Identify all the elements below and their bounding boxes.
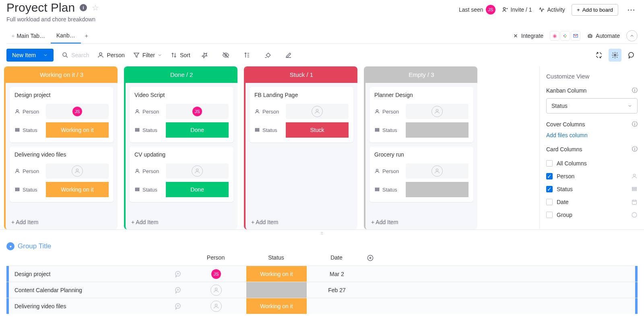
info-icon[interactable]: ⓘ [632,87,638,94]
card-status-value[interactable]: Done [166,122,229,138]
info-icon[interactable]: ⓘ [632,121,638,128]
cell-date[interactable]: Feb 27 [307,282,367,298]
invite-button[interactable]: Invite / 1 [502,6,532,13]
add-item-button[interactable]: + Add Item [365,215,477,229]
checkbox[interactable] [546,160,553,167]
cell-status[interactable]: Working on it [246,298,307,314]
column-header-person[interactable]: Person [186,254,246,266]
card-status-value[interactable]: Done [166,182,229,197]
card-status-value[interactable] [406,182,469,197]
kanban-column-header[interactable]: Stuck / 1 [246,66,357,83]
kanban-card[interactable]: Video ScriptPersonJSStatusDone [130,87,233,142]
new-item-button[interactable]: New Item [6,49,54,62]
tab-main-table[interactable]: Main Tab… [6,29,51,43]
cell-name[interactable]: Content Calendar Planning [9,282,170,298]
cell-person[interactable] [186,282,246,298]
add-column-button[interactable] [367,254,383,266]
checkbox[interactable] [546,199,553,205]
table-row[interactable]: Content Calendar PlanningFeb 27 [6,282,638,298]
filter-button[interactable]: Filter [133,52,162,59]
kanban-column-select[interactable]: Status [546,98,638,113]
cell-chat[interactable] [170,266,186,282]
kanban-column-header[interactable]: Empty / 3 [365,66,477,83]
card-person-value[interactable] [286,104,349,119]
card-status-value[interactable]: Stuck [286,122,349,138]
card-column-option[interactable]: All Columns [546,157,638,170]
person-empty-icon[interactable] [211,301,222,312]
card-column-option[interactable]: Date [546,196,638,208]
person-filter-button[interactable]: Person [97,52,124,59]
card-person-value[interactable]: JS [166,104,229,119]
cell-person[interactable] [186,298,246,314]
group-title[interactable]: Group Title [18,242,51,250]
person-avatar[interactable]: JS [211,269,221,279]
cell-date[interactable]: Mar 2 [307,266,367,282]
settings-button[interactable] [609,49,621,62]
cell-status[interactable]: Working on it [246,266,307,282]
add-to-board-button[interactable]: + Add to board [572,4,618,16]
hide-button[interactable] [219,49,232,62]
cell-status[interactable] [246,282,307,298]
person-empty-icon[interactable] [431,165,443,177]
star-icon[interactable]: ☆ [92,3,99,12]
group-collapse-button[interactable]: ▾ [6,242,14,250]
kanban-card[interactable]: FB Landing PagePersonStatusStuck [250,87,353,142]
automate-button[interactable]: Automate [587,33,620,39]
column-header-date[interactable]: Date [306,254,367,266]
activity-button[interactable]: Activity [539,6,565,13]
kanban-card[interactable]: Planner DesignPersonStatus [369,87,473,142]
person-empty-icon[interactable] [192,165,203,177]
card-column-option[interactable]: Group [546,208,638,221]
checkbox[interactable]: ✓ [546,186,553,192]
collapse-button[interactable] [626,30,638,41]
person-avatar[interactable]: JS [72,107,82,116]
checkbox[interactable] [546,212,553,218]
table-row[interactable]: Delivering video filesWorking on it [6,298,638,314]
cell-chat[interactable] [170,298,186,314]
add-item-button[interactable]: + Add Item [126,215,237,229]
person-avatar[interactable]: JS [192,107,202,116]
comments-button[interactable] [625,49,638,62]
sort-button[interactable]: Sort [170,52,190,59]
kanban-card[interactable]: Grocery runPersonStatus [369,146,473,202]
color-button[interactable] [261,49,274,62]
add-item-button[interactable]: + Add Item [246,215,357,229]
card-person-value[interactable]: JS [46,104,109,119]
card-status-value[interactable]: Working on it [46,182,109,197]
cell-name[interactable]: Design project [9,266,170,282]
add-files-column-link[interactable]: Add files column [546,132,638,138]
cell-name[interactable]: Delivering video files [9,298,170,314]
card-person-value[interactable] [166,163,229,179]
fullscreen-button[interactable] [592,49,605,62]
table-row[interactable]: Design projectJSWorking on itMar 2 [6,266,638,282]
kanban-card[interactable]: Delivering video filesPersonStatusWorkin… [10,146,114,202]
pin-button[interactable] [198,49,211,62]
person-empty-icon[interactable] [211,285,222,296]
card-status-value[interactable]: Working on it [46,122,109,138]
card-person-value[interactable] [406,163,469,179]
kanban-column-header[interactable]: Working on it / 3 [6,66,118,83]
card-column-option[interactable]: ✓Person [546,170,638,183]
add-view-button[interactable]: + [81,29,92,43]
resize-handle[interactable]: ⠿ [0,229,644,237]
cell-person[interactable]: JS [186,266,246,282]
integration-icon-gmail[interactable] [571,31,580,41]
edit-widget-button[interactable] [282,49,295,62]
card-person-value[interactable] [46,163,109,179]
kanban-column-header[interactable]: Done / 2 [126,66,237,83]
integrate-button[interactable]: Integrate [512,33,543,39]
kanban-card[interactable]: Design projectPersonJSStatusWorking on i… [10,87,114,142]
cell-chat[interactable] [170,282,186,298]
person-empty-icon[interactable] [312,106,323,117]
kanban-card[interactable]: CV updatingPersonStatusDone [130,146,233,202]
card-column-option[interactable]: ✓Status [546,183,638,196]
info-icon[interactable]: i [80,4,87,11]
last-seen[interactable]: Last seen JS [459,5,495,14]
person-empty-icon[interactable] [72,165,83,177]
integration-icon-slack[interactable] [560,31,570,41]
person-empty-icon[interactable] [431,106,443,117]
search-button[interactable]: Search [62,52,89,59]
checkbox[interactable]: ✓ [546,173,553,179]
height-button[interactable] [240,49,253,62]
card-person-value[interactable] [406,104,469,119]
